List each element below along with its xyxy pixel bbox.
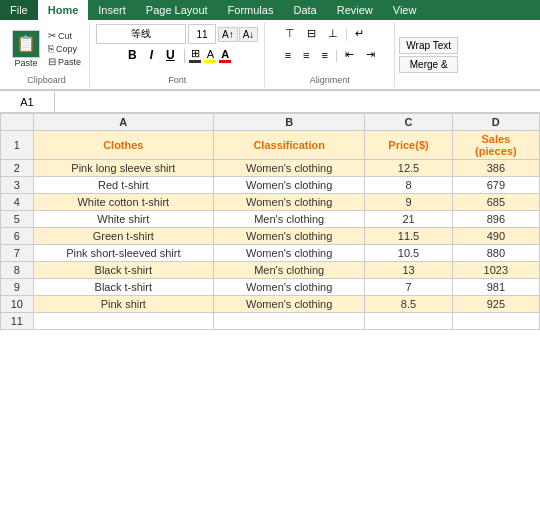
indent-decrease-button[interactable]: ⇤	[340, 45, 359, 64]
cell-d8[interactable]: 1023	[452, 262, 539, 279]
col-header-c[interactable]: C	[365, 114, 452, 131]
cell-d9[interactable]: 981	[452, 279, 539, 296]
cell-d6[interactable]: 490	[452, 228, 539, 245]
cell-reference[interactable]: A1	[0, 91, 55, 112]
wrap-text-inline-button[interactable]: ↵	[350, 24, 369, 43]
cell-b8[interactable]: Men's clothing	[214, 262, 365, 279]
cell-c9[interactable]: 7	[365, 279, 452, 296]
cell-a5[interactable]: White shirt	[33, 211, 213, 228]
table-row: 7 Pink short-sleeved shirt Women's cloth…	[1, 245, 540, 262]
fill-color-button[interactable]: A	[204, 48, 216, 63]
tab-insert[interactable]: Insert	[88, 0, 136, 20]
cell-d4[interactable]: 685	[452, 194, 539, 211]
col-header-d[interactable]: D	[452, 114, 539, 131]
cell-a8[interactable]: Black t-shirt	[33, 262, 213, 279]
formula-input[interactable]	[55, 96, 540, 108]
font-name-selector[interactable]	[96, 24, 186, 44]
align-right-button[interactable]: ≡	[317, 46, 333, 64]
align-bottom-button[interactable]: ⊥	[323, 24, 343, 43]
cell-b2[interactable]: Women's clothing	[214, 160, 365, 177]
cell-c2[interactable]: 12.5	[365, 160, 452, 177]
cell-b3[interactable]: Women's clothing	[214, 177, 365, 194]
cell-c8[interactable]: 13	[365, 262, 452, 279]
cell-b5[interactable]: Men's clothing	[214, 211, 365, 228]
align-row1: ⊤ ⊟ ⊥ | ↵	[280, 24, 380, 43]
align-top-button[interactable]: ⊤	[280, 24, 300, 43]
table-row: 3 Red t-shirt Women's clothing 8 679	[1, 177, 540, 194]
cut-button[interactable]: ✂ Cut	[46, 29, 83, 42]
cell-b1[interactable]: Classification	[214, 131, 365, 160]
align-center-button[interactable]: ≡	[298, 46, 314, 64]
border-color-button[interactable]: ⊞	[189, 47, 201, 63]
cell-c6[interactable]: 11.5	[365, 228, 452, 245]
tab-pagelayout[interactable]: Page Layout	[136, 0, 218, 20]
row-num-10: 10	[1, 296, 34, 313]
cell-a9[interactable]: Black t-shirt	[33, 279, 213, 296]
tab-formulas[interactable]: Formulas	[218, 0, 284, 20]
cell-b9[interactable]: Women's clothing	[214, 279, 365, 296]
cell-b10[interactable]: Women's clothing	[214, 296, 365, 313]
indent-increase-button[interactable]: ⇥	[361, 45, 380, 64]
cell-d5[interactable]: 896	[452, 211, 539, 228]
cell-a6[interactable]: Green t-shirt	[33, 228, 213, 245]
italic-button[interactable]: I	[145, 46, 158, 64]
font-group: A↑ A↓ B I U | ⊞ A A	[90, 22, 265, 87]
cell-c10[interactable]: 8.5	[365, 296, 452, 313]
tab-data[interactable]: Data	[283, 0, 326, 20]
paste-label: Paste	[14, 58, 37, 68]
tab-home[interactable]: Home	[38, 0, 89, 20]
row-num-11: 11	[1, 313, 34, 330]
cell-d2[interactable]: 386	[452, 160, 539, 177]
clipboard-group: 📋 Paste ✂ Cut ⎘ Copy ⊟ Paste Clipboard	[4, 22, 90, 87]
cell-c1[interactable]: Price($)	[365, 131, 452, 160]
cell-d11[interactable]	[452, 313, 539, 330]
tab-file[interactable]: File	[0, 0, 38, 20]
cell-c5[interactable]: 21	[365, 211, 452, 228]
cell-c3[interactable]: 8	[365, 177, 452, 194]
underline-button[interactable]: U	[161, 46, 180, 64]
column-header-row: A B C D	[1, 114, 540, 131]
align-left-button[interactable]: ≡	[280, 46, 296, 64]
alignment-label: Alignment	[310, 75, 350, 85]
row-num-1: 1	[1, 131, 34, 160]
cell-a2[interactable]: Pink long sleeve shirt	[33, 160, 213, 177]
cell-a4[interactable]: White cotton t-shirt	[33, 194, 213, 211]
font-size-selector[interactable]	[188, 24, 216, 44]
cell-a11[interactable]	[33, 313, 213, 330]
cell-b4[interactable]: Women's clothing	[214, 194, 365, 211]
cell-c4[interactable]: 9	[365, 194, 452, 211]
cell-b11[interactable]	[214, 313, 365, 330]
cell-c7[interactable]: 10.5	[365, 245, 452, 262]
increase-font-button[interactable]: A↑	[218, 27, 238, 42]
ribbon-tabs: File Home Insert Page Layout Formulas Da…	[0, 0, 540, 20]
copy-button[interactable]: ⎘ Copy	[46, 42, 83, 55]
font-color-button[interactable]: A	[219, 48, 231, 63]
bold-button[interactable]: B	[123, 46, 142, 64]
cell-a10[interactable]: Pink shirt	[33, 296, 213, 313]
tab-review[interactable]: Review	[327, 0, 383, 20]
cell-d3[interactable]: 679	[452, 177, 539, 194]
col-header-b[interactable]: B	[214, 114, 365, 131]
decrease-font-button[interactable]: A↓	[239, 27, 259, 42]
cell-b6[interactable]: Women's clothing	[214, 228, 365, 245]
wrap-text-button[interactable]: Wrap Text	[399, 37, 458, 54]
row-num-4: 4	[1, 194, 34, 211]
cell-a7[interactable]: Pink short-sleeved shirt	[33, 245, 213, 262]
table-row: 11	[1, 313, 540, 330]
font-row2: B I U | ⊞ A A	[123, 46, 231, 64]
paste-button[interactable]: 📋 Paste	[10, 28, 42, 70]
merge-button[interactable]: Merge &	[399, 56, 458, 73]
cell-d7[interactable]: 880	[452, 245, 539, 262]
tab-view[interactable]: View	[383, 0, 427, 20]
cell-b7[interactable]: Women's clothing	[214, 245, 365, 262]
cell-c11[interactable]	[365, 313, 452, 330]
col-header-a[interactable]: A	[33, 114, 213, 131]
table-row: 2 Pink long sleeve shirt Women's clothin…	[1, 160, 540, 177]
cell-a3[interactable]: Red t-shirt	[33, 177, 213, 194]
align-middle-button[interactable]: ⊟	[302, 24, 321, 43]
row-num-8: 8	[1, 262, 34, 279]
cell-d1[interactable]: Sales (pieces)	[452, 131, 539, 160]
cell-a1[interactable]: Clothes	[33, 131, 213, 160]
cell-d10[interactable]: 925	[452, 296, 539, 313]
paste-special-button[interactable]: ⊟ Paste	[46, 55, 83, 68]
